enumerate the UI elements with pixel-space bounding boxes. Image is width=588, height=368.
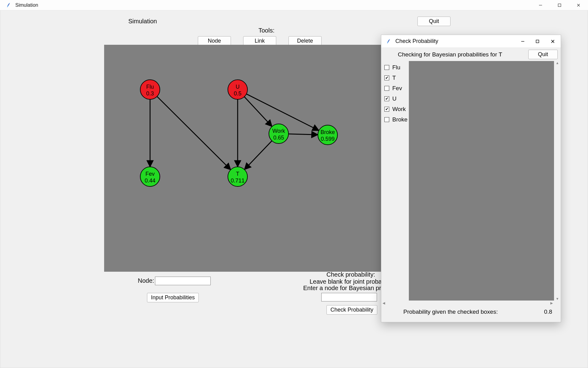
edge-U-Work[interactable] [244, 97, 272, 126]
checkbox-fev[interactable] [384, 86, 389, 91]
checkbox-label: Work [392, 106, 406, 113]
sub-close-icon[interactable] [545, 35, 561, 48]
node-broke[interactable]: Broke0.599 [318, 125, 337, 145]
svg-text:0.599: 0.599 [321, 136, 334, 142]
scroll-left-icon[interactable]: ◀ [383, 301, 385, 305]
main-titlebar: Simulation [0, 0, 588, 10]
svg-text:0.44: 0.44 [145, 178, 155, 184]
checkbox-broke[interactable] [384, 117, 389, 122]
close-icon[interactable] [569, 0, 588, 10]
result-label: Probability given the checked boxes: [403, 309, 498, 315]
sub-canvas [409, 61, 554, 301]
check-probability-label: Check probability: [326, 271, 375, 278]
checkbox-label: U [392, 95, 397, 102]
svg-text:0.711: 0.711 [231, 178, 244, 184]
app-icon [6, 2, 12, 8]
maximize-icon[interactable] [550, 0, 569, 10]
scroll-up-icon[interactable]: ▲ [556, 61, 559, 65]
checkbox-label: Broke [392, 116, 408, 123]
checkbox-row-flu[interactable]: Flu [384, 62, 408, 73]
node-t[interactable]: T0.711 [228, 167, 247, 186]
svg-text:Flu: Flu [146, 84, 154, 90]
checkbox-t[interactable] [384, 75, 389, 80]
checkbox-label: Flu [392, 64, 400, 71]
svg-rect-1 [558, 4, 561, 6]
edge-Flu-T[interactable] [157, 97, 231, 170]
sub-body: FluTFevUWorkBroke ▲ ▼ ◀ ▶ [381, 61, 561, 305]
checkbox-work[interactable] [384, 107, 389, 112]
edge-Work-Broke[interactable] [288, 134, 318, 135]
sub-quit-button[interactable]: Quit [528, 50, 558, 59]
tools-toolbar: Node Link Delete [198, 36, 322, 46]
node-input[interactable] [155, 277, 211, 285]
scroll-down-icon[interactable]: ▼ [556, 297, 559, 301]
graph-svg: Flu0.3U0.5Fev0.44T0.711Work0.65Broke0.59… [104, 45, 382, 272]
node-flu[interactable]: Flu0.3 [140, 80, 160, 99]
svg-text:U: U [236, 84, 240, 90]
sub-minimize-icon[interactable] [515, 35, 530, 48]
input-probabilities-button[interactable]: Input Probabilities [147, 293, 199, 302]
link-button[interactable]: Link [243, 36, 276, 46]
check-probability-input[interactable] [321, 293, 377, 301]
client-area: Simulation Quit Tools: Node Link Delete … [0, 10, 588, 368]
checkbox-row-t[interactable]: T [384, 73, 408, 83]
checkbox-row-work[interactable]: Work [384, 104, 408, 114]
window-controls [531, 0, 588, 10]
svg-text:0.3: 0.3 [146, 90, 154, 97]
node-button[interactable]: Node [198, 36, 231, 46]
sub-titlebar: Check Probability [381, 35, 561, 48]
node-u[interactable]: U0.5 [228, 80, 247, 99]
sub-footer: Probability given the checked boxes: 0.8 [381, 305, 561, 322]
node-work[interactable]: Work0.65 [269, 124, 288, 144]
sub-top-row: Checking for Bayesian probabilities for … [381, 48, 561, 61]
tools-label: Tools: [258, 27, 274, 34]
result-value: 0.8 [544, 309, 552, 315]
vertical-scrollbar[interactable]: ▲ ▼ [554, 61, 561, 301]
checkbox-label: T [392, 75, 396, 81]
checkbox-row-broke[interactable]: Broke [384, 114, 408, 125]
sub-maximize-icon[interactable] [530, 35, 545, 48]
node-fev[interactable]: Fev0.44 [140, 167, 160, 186]
checkbox-label: Fev [392, 85, 402, 92]
check-probability-button[interactable]: Check Probability [326, 305, 377, 315]
sub-window-title: Check Probability [395, 38, 438, 44]
svg-text:0.5: 0.5 [234, 90, 241, 97]
graph-canvas[interactable]: Flu0.3U0.5Fev0.44T0.711Work0.65Broke0.59… [104, 45, 382, 272]
scroll-right-icon[interactable]: ▶ [550, 301, 553, 305]
svg-text:Fev: Fev [145, 171, 155, 177]
sub-top-label: Checking for Bayesian probabilities for … [398, 51, 502, 58]
checkbox-u[interactable] [384, 96, 389, 101]
horizontal-scrollbar[interactable]: ◀ ▶ [381, 301, 554, 305]
edge-Work-T[interactable] [244, 141, 272, 170]
svg-text:Work: Work [272, 128, 285, 134]
page-title: Simulation [128, 18, 157, 25]
check-probability-window: Check Probability Checking for Bayesian … [381, 35, 561, 322]
svg-text:T: T [236, 171, 239, 177]
checkbox-flu[interactable] [384, 65, 389, 70]
svg-text:0.65: 0.65 [273, 135, 284, 141]
node-input-label: Node: [138, 277, 154, 284]
checkbox-row-fev[interactable]: Fev [384, 83, 408, 94]
checkbox-row-u[interactable]: U [384, 94, 408, 104]
checkbox-panel: FluTFevUWorkBroke [381, 61, 411, 305]
window-title: Simulation [15, 2, 38, 8]
svg-text:Broke: Broke [320, 129, 335, 135]
delete-button[interactable]: Delete [288, 36, 322, 46]
quit-button[interactable]: Quit [417, 17, 450, 26]
minimize-icon[interactable] [531, 0, 550, 10]
app-icon [386, 38, 392, 44]
svg-rect-23 [536, 40, 539, 43]
